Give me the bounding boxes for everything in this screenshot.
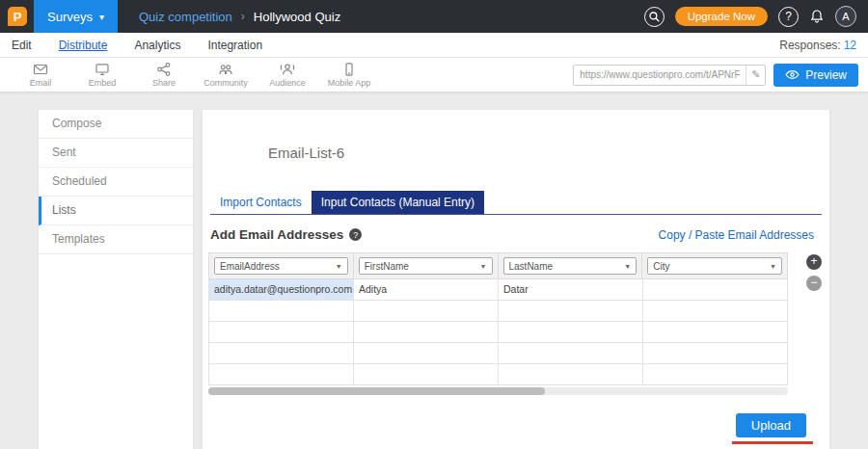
- cell-firstname[interactable]: Aditya: [354, 279, 499, 301]
- cell-email[interactable]: [209, 364, 354, 385]
- tool-embed[interactable]: Embed: [71, 62, 133, 88]
- share-icon: [156, 62, 172, 77]
- tool-audience[interactable]: Audience: [257, 62, 318, 88]
- column-select-lastname[interactable]: LastName ▼: [503, 257, 637, 275]
- questionpro-logo[interactable]: P: [8, 7, 27, 26]
- cell-firstname[interactable]: [354, 364, 499, 385]
- cell-city[interactable]: [643, 343, 788, 364]
- responses-label: Responses:: [779, 39, 840, 52]
- tool-mobile-label: Mobile App: [328, 78, 371, 88]
- column-select-emailaddress[interactable]: EmailAddress ▼: [214, 257, 348, 275]
- surveys-menu-button[interactable]: Surveys ▾: [34, 0, 118, 33]
- survey-nav: Edit Distribute Analytics Integration Re…: [0, 33, 868, 58]
- breadcrumb-parent[interactable]: Quiz competition: [139, 10, 232, 24]
- tool-email[interactable]: Email: [10, 62, 71, 88]
- tool-share[interactable]: Share: [133, 62, 195, 88]
- add-emails-title: Add Email Addresses: [210, 227, 343, 242]
- cell-email[interactable]: aditya.datar@questionpro.com: [209, 279, 354, 301]
- sidebar-item-compose[interactable]: Compose: [39, 110, 193, 139]
- top-bar: P Surveys ▾ Quiz competition › Hollywood…: [0, 0, 868, 33]
- dropdown-caret-icon: ▼: [624, 263, 631, 270]
- cell-email[interactable]: [209, 343, 354, 364]
- cell-city[interactable]: [643, 279, 788, 301]
- breadcrumb-separator: ›: [241, 10, 245, 23]
- tool-mobile-app[interactable]: Mobile App: [318, 62, 380, 88]
- community-icon: [218, 62, 233, 77]
- avatar-letter: A: [842, 11, 849, 22]
- column-select-lastname-label: LastName: [509, 261, 554, 272]
- nav-item-edit[interactable]: Edit: [12, 39, 32, 52]
- survey-url-box: ✎: [573, 65, 766, 86]
- horizontal-scrollbar-thumb[interactable]: [208, 387, 545, 395]
- topbar-actions: Upgrade Now ? A: [644, 6, 868, 27]
- table-row: aditya.datar@questionpro.com Aditya Data…: [208, 279, 788, 301]
- pencil-icon: ✎: [751, 68, 760, 81]
- remove-row-button[interactable]: −: [806, 276, 822, 291]
- embed-icon: [95, 62, 110, 77]
- cell-firstname[interactable]: [354, 301, 499, 322]
- search-icon: [648, 11, 661, 23]
- nav-item-distribute[interactable]: Distribute: [59, 39, 108, 52]
- table-row: [208, 322, 788, 343]
- bell-icon: [809, 9, 825, 24]
- tool-community-label: Community: [203, 78, 248, 88]
- nav-item-integration[interactable]: Integration: [207, 39, 262, 52]
- preview-button[interactable]: Preview: [773, 64, 858, 87]
- sidebar-item-lists[interactable]: Lists: [39, 197, 193, 225]
- help-button[interactable]: ?: [778, 7, 799, 27]
- cell-city[interactable]: [643, 364, 788, 385]
- mobile-icon: [341, 62, 357, 77]
- breadcrumb: Quiz competition › Hollywood Quiz: [139, 10, 340, 24]
- copy-paste-emails-link[interactable]: Copy / Paste Email Addresses: [659, 228, 814, 242]
- tool-community[interactable]: Community: [195, 62, 257, 88]
- audience-icon: [280, 62, 295, 77]
- add-emails-header: Add Email Addresses ? Copy / Paste Email…: [210, 227, 814, 242]
- toolbar-right: ✎ Preview: [573, 64, 858, 87]
- tool-share-label: Share: [152, 78, 176, 88]
- table-row: [208, 343, 788, 364]
- help-tooltip-icon[interactable]: ?: [349, 228, 362, 241]
- cell-lastname[interactable]: [499, 364, 643, 385]
- notifications-button[interactable]: [809, 9, 825, 24]
- dropdown-caret-icon: ▼: [480, 263, 487, 270]
- cell-lastname[interactable]: [499, 322, 643, 343]
- add-row-button[interactable]: +: [806, 254, 822, 270]
- email-sidebar: Compose Sent Scheduled Lists Templates: [39, 110, 193, 449]
- list-title: Email-List-6: [268, 145, 344, 161]
- chevron-down-icon: ▾: [99, 12, 104, 22]
- cell-city[interactable]: [643, 322, 788, 343]
- surveys-menu-label: Surveys: [47, 10, 93, 24]
- upload-button[interactable]: Upload: [736, 413, 806, 437]
- column-select-firstname[interactable]: FirstName ▼: [359, 257, 493, 275]
- dropdown-caret-icon: ▼: [336, 263, 342, 270]
- cell-email[interactable]: [209, 322, 354, 343]
- sidebar-item-templates[interactable]: Templates: [39, 225, 193, 254]
- column-select-city[interactable]: City ▼: [647, 257, 782, 275]
- cell-lastname[interactable]: [499, 343, 643, 364]
- contacts-table-header: EmailAddress ▼ FirstName ▼ LastName ▼: [208, 252, 788, 279]
- tab-import-contacts[interactable]: Import Contacts: [210, 191, 312, 214]
- upgrade-now-button[interactable]: Upgrade Now: [675, 7, 768, 26]
- nav-item-analytics[interactable]: Analytics: [134, 39, 180, 52]
- search-button[interactable]: [644, 7, 665, 27]
- cell-firstname[interactable]: [354, 322, 499, 343]
- sidebar-item-sent[interactable]: Sent: [39, 139, 193, 168]
- cell-city[interactable]: [643, 301, 788, 322]
- user-avatar[interactable]: A: [835, 6, 856, 27]
- cell-firstname[interactable]: [354, 343, 499, 364]
- cell-lastname[interactable]: Datar: [499, 279, 643, 301]
- column-select-emailaddress-label: EmailAddress: [220, 261, 280, 272]
- sidebar-item-scheduled[interactable]: Scheduled: [39, 168, 193, 197]
- survey-url-input[interactable]: [574, 69, 746, 80]
- main-area: Compose Sent Scheduled Lists Templates E…: [0, 92, 868, 449]
- cell-email[interactable]: [209, 301, 354, 322]
- distribute-toolbar: Email Embed Share Community Audience Mob…: [0, 58, 868, 92]
- edit-url-button[interactable]: ✎: [746, 66, 765, 85]
- header-cell-lastname: LastName ▼: [499, 253, 643, 278]
- cell-lastname[interactable]: [499, 301, 643, 322]
- responses-count: 12: [844, 39, 856, 52]
- tab-input-contacts-manual[interactable]: Input Contacts (Manual Entry): [312, 191, 484, 214]
- tool-audience-label: Audience: [269, 78, 306, 88]
- column-select-firstname-label: FirstName: [365, 261, 409, 272]
- email-icon: [33, 62, 48, 77]
